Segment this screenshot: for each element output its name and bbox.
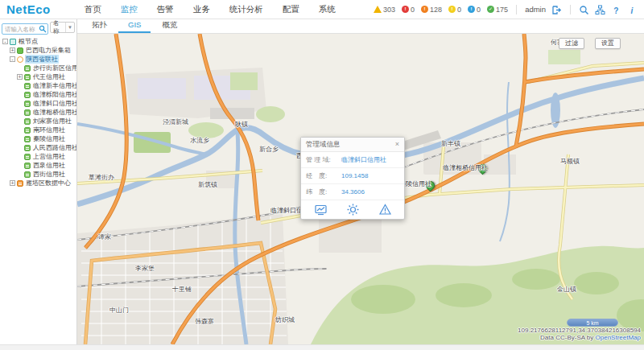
popup-row-longitude: 经 度: 109.1458	[301, 168, 404, 184]
tree-item-label: 西街信用社	[32, 170, 66, 179]
search-magnifier-icon[interactable]	[39, 22, 47, 30]
tree-item-3[interactable]: 步行街新区信用社	[0, 64, 76, 72]
info-severity-icon: !	[468, 6, 475, 13]
nav-item-2[interactable]: 告警	[155, 1, 175, 19]
managed-domain-link[interactable]: 临潼斜口信用社	[341, 155, 386, 164]
critical-severity-icon: !	[402, 6, 409, 13]
nav-item-6[interactable]: 系统	[317, 1, 337, 19]
tree-item-label: 陕西省联社	[25, 55, 59, 64]
nav-item-3[interactable]: 业务	[192, 1, 212, 19]
logout-icon[interactable]	[551, 4, 562, 14]
expand-icon[interactable]: +	[10, 180, 15, 186]
tree-item-14[interactable]: 西泉信用社	[0, 161, 76, 170]
popup-row-domain: 管 理 域: 临潼斜口信用社	[301, 152, 404, 168]
tab-拓扑[interactable]: 拓扑	[82, 19, 117, 33]
tree-item-8[interactable]: 临潼相桥信用社	[0, 108, 76, 117]
gear-icon[interactable]	[347, 204, 359, 216]
app-logo: NetEco	[6, 2, 51, 16]
tree-item-2[interactable]: -陕西省联社	[0, 55, 76, 64]
tree-item-label: 步行街新区信用社	[32, 64, 76, 72]
tree-item-5[interactable]: 临潼新丰信用社	[0, 81, 76, 90]
tree-item-label: 秦陵信用社	[32, 134, 66, 143]
alarm-counter-normal[interactable]: ✓175	[487, 6, 508, 14]
divider	[516, 5, 517, 14]
tree-item-10[interactable]: 南环信用社	[0, 126, 76, 134]
performance-icon[interactable]	[315, 204, 327, 216]
settings-button[interactable]: 设置	[595, 38, 621, 49]
about-icon[interactable]: i	[627, 4, 638, 14]
filter-dropdown-label: 名称	[51, 19, 65, 35]
tree-item-label: 临潼相桥信用社	[32, 108, 76, 117]
site-icon	[24, 83, 31, 89]
tree-item-9[interactable]: 刘家寨信用社	[0, 117, 76, 126]
expand-icon[interactable]: +	[10, 47, 15, 53]
tree-item-4[interactable]: +代王信用社	[0, 72, 76, 81]
scale-bar: 5 km	[567, 319, 618, 327]
search-filter-dropdown[interactable]: 名称 ▼	[50, 22, 75, 33]
current-user[interactable]: admin	[525, 5, 546, 14]
attribution-text: Data CC-By-SA by	[540, 334, 595, 341]
alarm-count: 0	[457, 6, 461, 14]
site-icon	[24, 109, 31, 116]
site-icon	[24, 145, 31, 151]
page-bottom-strip	[0, 344, 644, 350]
sitemap-icon[interactable]	[595, 4, 605, 14]
nav-item-0[interactable]: 首页	[83, 1, 103, 19]
filter-button[interactable]: 过滤	[559, 38, 584, 49]
search-icon[interactable]	[579, 4, 589, 14]
tab-概览[interactable]: 概览	[152, 19, 187, 33]
tree-item-0[interactable]: -根节点	[0, 37, 76, 46]
tree-item-11[interactable]: 秦陵信用社	[0, 134, 76, 143]
alarm-counter-major[interactable]: !128	[421, 6, 442, 14]
tree-item-6[interactable]: 临潼栎阳信用社	[0, 90, 76, 99]
alarm-counter-warning-triangle[interactable]: 303	[374, 6, 395, 14]
tab-gis[interactable]: GIS	[118, 19, 151, 33]
alarm-count: 303	[383, 6, 395, 14]
nav-item-5[interactable]: 配置	[281, 1, 301, 19]
popup-header: 管理域信息 ×	[301, 138, 404, 152]
tree-item-label: 临潼新丰信用社	[32, 81, 76, 90]
dc-icon	[17, 180, 23, 187]
collapse-icon[interactable]: -	[2, 39, 8, 44]
alarm-count: 0	[411, 6, 415, 14]
topbar-right: 303!0!128!0!0✓175 admin ? i	[374, 4, 638, 14]
tree-item-label: 西泉信用社	[32, 161, 66, 170]
sidebar: 名称 ▼ -根节点+巴西电力采集箱-陕西省联社步行街新区信用社+代王信用社临潼新…	[0, 19, 77, 344]
alarm-triangle-icon[interactable]	[379, 204, 391, 216]
main-nav: 首页监控告警业务统计分析配置系统	[83, 1, 337, 19]
map-canvas[interactable]: 何寨镇泾渭新城耿镇水流乡新合乡西吴镇新丰镇马额镇草滩街办新筑镇金山镇谭家李家堡十…	[77, 34, 644, 344]
collapse-icon[interactable]: -	[10, 56, 15, 62]
tree-item-7[interactable]: 临潼斜口信用社	[0, 99, 76, 108]
tree-item-12[interactable]: 人民西路信用社	[0, 143, 76, 152]
tree-item-label: 代王信用社	[32, 72, 66, 81]
popup-row-label: 纬 度:	[306, 187, 341, 196]
expand-icon[interactable]: +	[17, 74, 23, 80]
tree-item-label: 南环信用社	[32, 126, 66, 134]
tree-item-13[interactable]: 上营信用社	[0, 152, 76, 161]
alarm-counter-minor[interactable]: !0	[448, 6, 461, 14]
main-panel: 拓扑GIS概览	[77, 19, 644, 344]
openstreetmap-link[interactable]: OpenStreetMap	[596, 334, 641, 341]
alarm-counter-info[interactable]: !0	[468, 6, 481, 14]
tree-item-label: 临潼栎阳信用社	[32, 90, 76, 99]
nav-item-4[interactable]: 统计分析	[228, 1, 265, 19]
help-icon[interactable]: ?	[611, 4, 621, 14]
normal-severity-icon: ✓	[487, 6, 494, 13]
tree-item-15[interactable]: 西街信用社	[0, 170, 76, 179]
longitude-value: 109.1458	[341, 172, 368, 179]
tree-item-1[interactable]: +巴西电力采集箱	[0, 46, 76, 55]
sidebar-search-row: 名称 ▼	[0, 19, 76, 35]
nav-item-1[interactable]: 监控	[119, 1, 139, 19]
popup-row-label: 经 度:	[306, 171, 341, 180]
tree-item-label: 临潼斜口信用社	[32, 99, 76, 108]
svg-text:?: ?	[613, 6, 618, 15]
site-icon	[24, 74, 31, 80]
site-icon	[24, 154, 31, 160]
alarm-counter-critical[interactable]: !0	[402, 6, 415, 14]
svg-text:i: i	[631, 6, 634, 15]
map-marker-label-2: 临潼相桥信用社	[443, 163, 488, 172]
site-icon	[24, 171, 31, 178]
green-cab-icon	[17, 47, 23, 54]
tree-item-16[interactable]: +雁塔区数据中心	[0, 179, 76, 187]
close-icon[interactable]: ×	[395, 141, 399, 148]
